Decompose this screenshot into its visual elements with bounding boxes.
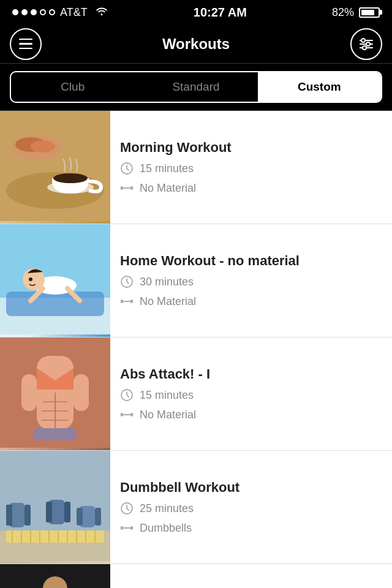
dot-5 — [49, 9, 55, 15]
segment-control: Club Standard Custom — [0, 64, 392, 111]
workout-info-abs: Abs Attack! - I 15 minutes No Material — [110, 337, 392, 450]
workout-info-dumbbell: Dumbbell Workout 25 minutes Dumbbells — [110, 451, 392, 564]
tab-standard[interactable]: Standard — [134, 72, 257, 102]
svg-point-12 — [53, 173, 88, 183]
svg-rect-17 — [130, 187, 132, 189]
duration-label-dumbbell: 25 minutes — [140, 502, 194, 515]
duration-label-morning: 15 minutes — [140, 162, 194, 175]
filter-button[interactable] — [350, 28, 382, 60]
svg-rect-41 — [74, 374, 89, 411]
workout-name-dumbbell: Dumbbell Workout — [120, 480, 382, 496]
clock-icon — [120, 162, 134, 175]
hamburger-icon — [19, 39, 32, 50]
tab-custom[interactable]: Custom — [258, 72, 381, 102]
workout-duration-dumbbell: 25 minutes — [120, 502, 382, 515]
svg-rect-40 — [21, 374, 37, 411]
workout-item-morning[interactable]: Morning Workout 15 minutes No Material — [0, 111, 392, 224]
gym-image-placeholder — [0, 564, 110, 588]
workout-info-gym: Gym Workout — [110, 564, 392, 588]
duration-label-abs: 15 minutes — [140, 389, 194, 402]
workout-image-morning — [0, 111, 110, 224]
material-label-home: No Material — [140, 295, 196, 308]
status-left: AT&T — [12, 6, 108, 19]
svg-rect-75 — [130, 527, 132, 529]
carrier-label: AT&T — [60, 6, 88, 19]
morning-image-placeholder — [0, 111, 110, 224]
dot-1 — [12, 9, 18, 15]
svg-point-26 — [29, 277, 32, 281]
workout-name-abs: Abs Attack! - I — [120, 366, 382, 382]
svg-rect-50 — [6, 530, 104, 543]
workout-item-gym[interactable]: Gym Workout — [0, 564, 392, 588]
material-label-dumbbell: Dumbbells — [140, 522, 192, 535]
svg-rect-63 — [6, 505, 12, 526]
workout-material-morning: No Material — [120, 181, 382, 195]
svg-rect-64 — [24, 505, 31, 526]
workout-image-dumbbell — [0, 451, 110, 564]
abs-image-svg — [0, 337, 110, 448]
workout-name-morning: Morning Workout — [120, 140, 382, 156]
workout-material-home: No Material — [120, 295, 382, 308]
page-title: Workouts — [162, 36, 230, 53]
workout-name-home: Home Workout - no material — [120, 253, 382, 269]
dumbbell-icon-dumbbell — [120, 521, 134, 535]
clock-icon-home — [120, 275, 134, 288]
dumbbell-image-placeholder — [0, 451, 110, 564]
battery-fill — [361, 10, 374, 15]
dot-2 — [21, 9, 28, 15]
gym-image-svg — [0, 564, 110, 588]
material-label-abs: No Material — [140, 409, 196, 421]
home-image-placeholder — [0, 224, 110, 337]
workout-image-home — [0, 224, 110, 337]
svg-rect-69 — [77, 508, 83, 526]
battery-pct-label: 82% — [332, 6, 354, 19]
abs-image-placeholder — [0, 337, 110, 450]
svg-rect-32 — [124, 301, 129, 302]
dumbbell-image-svg — [0, 451, 110, 561]
material-label-morning: No Material — [140, 182, 196, 195]
status-right: 82% — [332, 6, 380, 19]
dumbbell-icon-home — [120, 295, 134, 308]
segment-inner: Club Standard Custom — [10, 71, 382, 103]
status-time: 10:27 AM — [194, 6, 247, 20]
workout-info-home: Home Workout - no material 30 minutes No… — [110, 224, 392, 337]
svg-rect-47 — [124, 414, 129, 415]
workout-material-abs: No Material — [120, 408, 382, 421]
menu-button[interactable] — [10, 28, 42, 60]
status-bar: AT&T 10:27 AM 82% — [0, 0, 392, 24]
svg-rect-21 — [6, 292, 104, 316]
workout-item-home[interactable]: Home Workout - no material 30 minutes No… — [0, 224, 392, 337]
svg-rect-45 — [122, 414, 124, 416]
svg-rect-67 — [64, 502, 70, 522]
svg-rect-74 — [122, 527, 124, 529]
svg-rect-30 — [122, 301, 124, 303]
svg-point-4 — [366, 42, 370, 46]
workout-duration-home: 30 minutes — [120, 275, 382, 288]
signal-dots — [12, 9, 55, 15]
duration-label-home: 30 minutes — [140, 276, 194, 288]
workout-info-morning: Morning Workout 15 minutes No Material — [110, 111, 392, 224]
svg-rect-76 — [124, 527, 129, 529]
svg-rect-66 — [46, 502, 52, 522]
svg-rect-16 — [122, 187, 124, 189]
workout-item-dumbbell[interactable]: Dumbbell Workout 25 minutes Dumbbells — [0, 451, 392, 564]
workout-duration-abs: 15 minutes — [120, 388, 382, 402]
home-image-svg — [0, 224, 110, 334]
workout-material-dumbbell: Dumbbells — [120, 521, 382, 535]
workout-image-abs — [0, 337, 110, 450]
svg-point-5 — [363, 46, 366, 50]
svg-rect-70 — [95, 508, 101, 526]
svg-rect-46 — [130, 414, 132, 416]
svg-point-3 — [361, 39, 365, 42]
dumbbell-icon — [120, 181, 134, 195]
svg-point-10 — [31, 140, 55, 153]
svg-rect-31 — [130, 301, 132, 303]
dot-4 — [40, 9, 46, 15]
workout-item-abs[interactable]: Abs Attack! - I 15 minutes No Material — [0, 337, 392, 451]
nav-bar: Workouts — [0, 24, 392, 64]
tab-club[interactable]: Club — [11, 72, 134, 102]
dumbbell-icon-abs — [120, 408, 134, 421]
svg-rect-39 — [34, 428, 77, 440]
dot-3 — [31, 9, 37, 15]
workout-duration-morning: 15 minutes — [120, 162, 382, 175]
